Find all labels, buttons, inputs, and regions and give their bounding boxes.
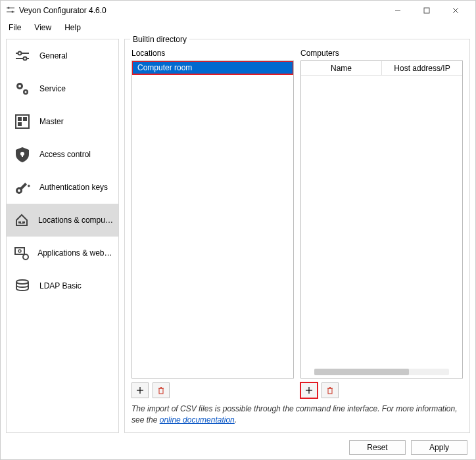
database-icon xyxy=(12,275,33,296)
svg-rect-14 xyxy=(23,117,27,121)
add-location-button[interactable] xyxy=(131,382,149,398)
sliders-icon xyxy=(12,45,33,66)
svg-point-6 xyxy=(18,52,22,55)
minimize-button[interactable] xyxy=(383,1,412,20)
svg-point-1 xyxy=(12,11,14,12)
sidebar-item-locations-computers[interactable]: Locations & computers xyxy=(7,204,118,237)
close-button[interactable] xyxy=(441,1,470,20)
window-title: Veyon Configurator 4.6.0 xyxy=(19,6,107,15)
sidebar-item-general[interactable]: General xyxy=(7,39,118,72)
shield-icon xyxy=(12,144,33,165)
sidebar-item-label: Master xyxy=(39,117,64,126)
import-note: The import of CSV files is possible thro… xyxy=(131,403,463,426)
sidebar-item-auth-keys[interactable]: Authentication keys xyxy=(7,171,118,204)
svg-rect-17 xyxy=(22,154,23,157)
sidebar-item-label: Authentication keys xyxy=(39,183,108,192)
svg-rect-31 xyxy=(159,388,163,394)
svg-point-19 xyxy=(18,189,20,192)
sidebar-item-label: General xyxy=(39,51,68,60)
svg-point-11 xyxy=(25,91,27,93)
content-area: General Service Master Access control xyxy=(1,35,475,436)
grid-icon xyxy=(12,111,33,132)
sidebar-item-apps-websites[interactable]: Applications & websites xyxy=(7,237,118,269)
documentation-link[interactable]: online documentation xyxy=(160,415,235,425)
sidebar-item-label: Applications & websites xyxy=(37,248,113,258)
menu-help[interactable]: Help xyxy=(59,22,86,34)
sidebar-item-label: LDAP Basic xyxy=(39,281,82,290)
sidebar-item-access-control[interactable]: Access control xyxy=(7,138,118,171)
sidebar: General Service Master Access control xyxy=(6,39,119,433)
sidebar-item-master[interactable]: Master xyxy=(7,105,118,138)
bottom-bar: Reset Apply xyxy=(1,436,475,459)
table-header-name[interactable]: Name xyxy=(301,61,382,75)
svg-point-27 xyxy=(23,254,28,260)
svg-point-26 xyxy=(18,250,21,252)
columns-wrap: Locations Computer room Computers xyxy=(131,49,463,398)
main-panel: Builtin directory Locations Computer roo… xyxy=(124,39,470,433)
sidebar-item-service[interactable]: Service xyxy=(7,72,118,105)
svg-rect-36 xyxy=(328,388,332,394)
locations-listbox[interactable]: Computer room xyxy=(131,60,294,379)
sidebar-item-ldap[interactable]: LDAP Basic xyxy=(7,269,118,302)
maximize-button[interactable] xyxy=(412,1,441,20)
horizontal-scrollbar[interactable] xyxy=(314,369,449,375)
gears-icon xyxy=(12,78,33,99)
menu-view[interactable]: View xyxy=(29,22,57,34)
table-body xyxy=(301,76,462,369)
svg-rect-25 xyxy=(15,248,24,254)
key-icon xyxy=(12,177,33,198)
app-window: Veyon Configurator 4.6.0 File View Help … xyxy=(0,0,476,460)
locations-label: Locations xyxy=(131,49,294,58)
groupbox-title: Builtin directory xyxy=(130,35,189,44)
app-icon xyxy=(6,5,15,16)
sidebar-item-label: Locations & computers xyxy=(38,216,113,225)
svg-rect-21 xyxy=(28,185,30,187)
svg-point-28 xyxy=(16,280,28,284)
sidebar-item-label: Access control xyxy=(39,150,91,159)
plus-icon xyxy=(136,386,144,394)
computers-table[interactable]: Name Host address/IP xyxy=(300,60,463,379)
menu-file[interactable]: File xyxy=(3,22,26,34)
svg-rect-20 xyxy=(20,183,27,190)
menubar: File View Help xyxy=(1,20,475,35)
svg-point-7 xyxy=(24,57,27,60)
computers-label: Computers xyxy=(300,49,463,58)
apply-button[interactable]: Apply xyxy=(411,440,467,455)
sidebar-item-label: Service xyxy=(39,84,66,93)
note-suffix: . xyxy=(235,415,237,425)
delete-location-button[interactable] xyxy=(153,382,170,398)
computers-column: Computers Name Host address/IP xyxy=(300,49,463,398)
svg-rect-13 xyxy=(18,117,22,121)
locations-column: Locations Computer room xyxy=(131,49,294,398)
delete-computer-button[interactable] xyxy=(321,382,339,398)
titlebar: Veyon Configurator 4.6.0 xyxy=(1,1,475,20)
trash-icon xyxy=(326,386,334,394)
trash-icon xyxy=(157,386,165,394)
location-item[interactable]: Computer room xyxy=(132,61,293,74)
table-header-host[interactable]: Host address/IP xyxy=(382,61,462,75)
network-house-icon xyxy=(12,210,32,231)
svg-rect-3 xyxy=(424,8,429,13)
svg-rect-15 xyxy=(18,122,22,126)
svg-point-0 xyxy=(8,7,10,9)
plus-icon xyxy=(305,386,313,394)
reset-button[interactable]: Reset xyxy=(349,440,406,455)
add-computer-button[interactable] xyxy=(300,382,318,398)
apps-icon xyxy=(12,242,31,264)
svg-point-9 xyxy=(18,85,21,87)
